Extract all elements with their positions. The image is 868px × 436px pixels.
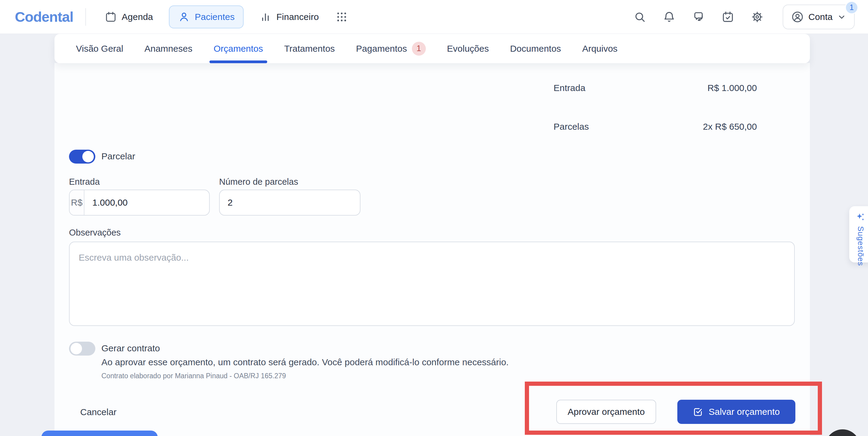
entrada-input[interactable] — [85, 190, 209, 215]
tab-evolucoes[interactable]: Evoluções — [447, 34, 489, 63]
summary-row-entrada: Entrada R$ 1.000,00 — [554, 83, 757, 95]
apps-grid-icon[interactable] — [336, 11, 348, 23]
observacoes-textarea[interactable] — [69, 242, 795, 326]
gerar-contrato-description: Ao aprovar esse orçamento, um contrato s… — [101, 357, 509, 367]
calendar-check-icon[interactable] — [721, 10, 734, 23]
account-label: Conta — [808, 12, 833, 22]
nav-item-label: Pacientes — [195, 12, 235, 22]
summary-label: Entrada — [554, 83, 585, 95]
tab-arquivos[interactable]: Arquivos — [582, 34, 618, 63]
nav-item-agenda[interactable]: Agenda — [102, 5, 156, 28]
topbar: Codental Agenda Pacientes — [0, 0, 868, 34]
chat-fab-button[interactable] — [825, 429, 860, 436]
chat-messages-icon[interactable] — [692, 10, 705, 23]
account-button[interactable]: Conta 1 — [783, 4, 855, 29]
tab-anamneses[interactable]: Anamneses — [144, 34, 192, 63]
numero-parcelas-input[interactable] — [220, 190, 360, 215]
partial-blue-button[interactable] — [41, 431, 158, 436]
entrada-input-group: R$ — [69, 190, 210, 215]
chevron-down-icon — [837, 12, 846, 22]
suggestions-side-tab[interactable]: Sugestões — [849, 206, 868, 263]
approve-budget-button[interactable]: Aprovar orçamento — [556, 400, 656, 424]
summary-value: R$ 1.000,00 — [708, 83, 757, 95]
summary-label: Parcelas — [554, 122, 589, 134]
tab-visao-geral[interactable]: Visão Geral — [76, 34, 123, 63]
cancel-link[interactable]: Cancelar — [80, 407, 117, 417]
nav-item-financeiro[interactable]: Financeiro — [256, 5, 322, 28]
gerar-contrato-note: Contrato elaborado por Marianna Pinaud -… — [101, 372, 286, 380]
search-icon[interactable] — [633, 10, 646, 23]
tab-orcamentos[interactable]: Orçamentos — [214, 34, 263, 63]
settings-gear-icon[interactable] — [751, 10, 764, 23]
gerar-contrato-label: Gerar contrato — [101, 343, 160, 354]
main-nav: Agenda Pacientes Financeiro — [102, 5, 348, 28]
pagamentos-badge: 1 — [412, 42, 426, 56]
sparkles-icon — [855, 212, 866, 223]
calendar-icon — [105, 11, 117, 23]
check-square-icon — [693, 407, 703, 417]
gerar-contrato-toggle[interactable] — [69, 342, 95, 356]
patient-tabs: Visão Geral Anamneses Orçamentos Tratame… — [55, 34, 810, 63]
notifications-bell-icon[interactable] — [663, 10, 676, 23]
summary-value: 2x R$ 650,00 — [703, 122, 757, 134]
suggestions-label: Sugestões — [856, 226, 865, 266]
tab-documentos[interactable]: Documentos — [510, 34, 561, 63]
summary-row-parcelas: Parcelas 2x R$ 650,00 — [554, 122, 757, 134]
parcelas-input-group — [219, 190, 361, 215]
tab-pagamentos[interactable]: Pagamentos 1 — [356, 34, 426, 63]
toggle-knob — [70, 343, 82, 355]
nav-item-label: Financeiro — [276, 12, 319, 22]
codental-logo[interactable]: Codental — [15, 8, 73, 25]
parcelar-label: Parcelar — [101, 151, 135, 162]
account-notification-badge: 1 — [845, 1, 858, 14]
nav-item-label: Agenda — [122, 12, 153, 22]
observacoes-field-label: Observações — [69, 228, 121, 238]
save-budget-button[interactable]: Salvar orçamento — [677, 400, 795, 424]
tab-tratamentos[interactable]: Tratamentos — [284, 34, 335, 63]
nav-item-pacientes[interactable]: Pacientes — [169, 5, 244, 28]
entrada-field-label: Entrada — [69, 177, 100, 187]
user-icon — [178, 11, 190, 23]
currency-prefix: R$ — [70, 190, 85, 215]
topbar-actions: Conta 1 — [633, 4, 855, 29]
bar-chart-icon — [259, 11, 272, 23]
avatar-icon — [791, 10, 804, 23]
topbar-divider — [85, 8, 86, 26]
parcelas-field-label: Número de parcelas — [219, 177, 298, 187]
toggle-knob — [82, 151, 94, 162]
parcelar-toggle[interactable] — [69, 150, 95, 164]
orcamento-form-panel: Entrada R$ 1.000,00 Parcelas 2x R$ 650,0… — [55, 63, 810, 436]
